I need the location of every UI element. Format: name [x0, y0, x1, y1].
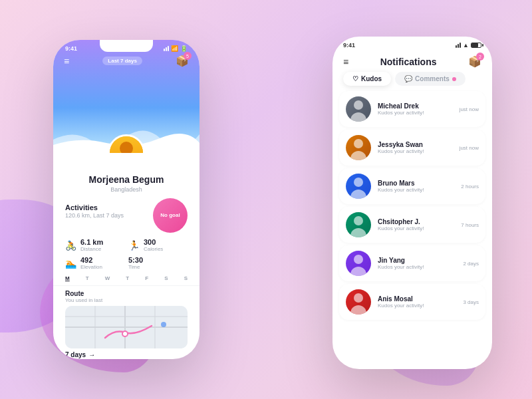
notif-time: 3 days	[463, 299, 479, 305]
route-subtitle: You used in last	[65, 297, 188, 303]
heart-icon: ♡	[352, 75, 358, 82]
svg-point-8	[161, 322, 166, 327]
notification-item[interactable]: Jessyka Swan Kudos your activity! just n…	[339, 130, 485, 166]
last7-label: Last 7 days	[102, 57, 142, 65]
tab-comments[interactable]: 💬 Comments	[395, 72, 466, 86]
notif-info: Jessyka Swan Kudos your activity!	[378, 141, 453, 154]
calories-value: 300	[144, 238, 163, 246]
notif-time: 2 hours	[461, 184, 479, 190]
svg-point-7	[123, 332, 127, 336]
notif-avatar	[346, 135, 371, 160]
menu-icon[interactable]: ≡	[64, 56, 69, 66]
notif-avatar	[346, 212, 371, 237]
stat-distance: 🚴 6.1 km Distance	[65, 238, 124, 252]
run-icon: 🏃	[128, 240, 140, 251]
notification-item[interactable]: Chsitopher J. Kudos your activity! 7 hou…	[339, 207, 485, 243]
notifications-header: ≡ Notifications 📦 2	[332, 49, 492, 72]
time-value: 5:30	[128, 256, 143, 264]
avatar-face	[346, 96, 371, 122]
notif-time: just now	[460, 145, 479, 151]
notif-info: Anis Mosal Kudos your activity!	[378, 295, 456, 309]
battery-icon: 🔋	[180, 45, 188, 52]
week-bar: M T W T F S S	[53, 270, 200, 285]
gift-box-icon[interactable]: 📦 5	[176, 55, 189, 67]
notif-action: Kudos your activity!	[378, 110, 453, 116]
left-phone: 9:41 📶 🔋 ≡ Last 7 days 📦 5	[53, 40, 200, 359]
no-goal-button[interactable]: No goal	[153, 198, 188, 233]
comment-icon: 💬	[404, 75, 412, 82]
left-phone-notch	[100, 40, 153, 52]
notif-action: Kudos your activity!	[378, 303, 456, 309]
notif-name: Micheal Drek	[378, 102, 453, 110]
route-days-row: 7 days →	[65, 351, 188, 358]
notif-name: Chsitopher J.	[378, 218, 454, 225]
stat-elevation: 🏊 492 Elevation	[65, 256, 124, 270]
notifications-list: Micheal Drek Kudos your activity! just n…	[332, 91, 492, 320]
day-fri[interactable]: F	[145, 275, 148, 281]
notif-name: Bruno Mars	[378, 180, 454, 187]
route-arrow-icon[interactable]: →	[88, 351, 95, 358]
time-label: Time	[128, 264, 143, 270]
avatar-face	[346, 135, 371, 160]
notif-menu-icon[interactable]: ≡	[343, 57, 348, 67]
box-badge: 5	[184, 52, 192, 60]
elevation-value: 492	[80, 256, 102, 264]
hero-section: 9:41 📶 🔋 ≡ Last 7 days 📦 5	[53, 40, 200, 153]
notification-item[interactable]: Anis Mosal Kudos your activity! 3 days	[339, 284, 485, 320]
right-wifi-icon: ▲	[463, 42, 469, 49]
profile-country: Bangladesh	[53, 186, 200, 193]
route-title: Route	[65, 290, 188, 297]
tab-kudos[interactable]: ♡ Kudos	[343, 72, 391, 86]
notif-time: 7 hours	[461, 222, 479, 228]
avatar-container	[108, 134, 145, 153]
notif-box-badge: 2	[476, 53, 484, 61]
notif-time: just now	[460, 106, 479, 112]
kudos-label: Kudos	[361, 75, 382, 82]
calories-label: Calories	[144, 246, 163, 252]
notif-info: Bruno Mars Kudos your activity!	[378, 180, 454, 193]
notification-item[interactable]: Micheal Drek Kudos your activity! just n…	[339, 91, 485, 127]
stats-grid: 🚴 6.1 km Distance 🏃 300 Calories 🏊 492 E…	[65, 238, 188, 270]
stat-time: 5:30 Time	[128, 256, 188, 270]
left-time: 9:41	[65, 45, 77, 52]
notif-action: Kudos your activity!	[378, 187, 454, 193]
avatar-face	[346, 251, 371, 276]
elevation-label: Elevation	[80, 264, 102, 270]
notif-action: Kudos your activity!	[378, 264, 456, 270]
profile-name: Morjeena Begum	[53, 174, 200, 185]
avatar	[108, 134, 145, 153]
right-signal-icon	[456, 43, 461, 48]
day-sat[interactable]: S	[164, 275, 168, 281]
day-wed[interactable]: W	[105, 275, 110, 281]
notif-box-icon[interactable]: 📦 2	[468, 55, 481, 68]
notif-name: Jin Yang	[378, 257, 456, 264]
swim-icon: 🏊	[65, 258, 76, 269]
notif-avatar	[346, 174, 371, 199]
day-tue[interactable]: T	[86, 275, 89, 281]
day-thu[interactable]: T	[126, 275, 129, 281]
notification-item[interactable]: Jin Yang Kudos your activity! 2 days	[339, 245, 485, 281]
notifications-title: Notifications	[380, 57, 437, 67]
comments-dot	[452, 77, 456, 81]
right-phone-notch	[386, 37, 439, 49]
notif-name: Jessyka Swan	[378, 141, 453, 148]
right-time: 9:41	[343, 42, 355, 49]
map-svg	[65, 306, 188, 348]
notif-name: Anis Mosal	[378, 295, 456, 303]
notification-item[interactable]: Bruno Mars Kudos your activity! 2 hours	[339, 168, 485, 204]
distance-label: Distance	[80, 246, 103, 252]
bike-icon: 🚴	[65, 240, 76, 251]
activities-km: 120.6 km, Last 7 days	[65, 212, 124, 219]
notif-avatar	[346, 96, 371, 122]
day-mon[interactable]: M	[65, 275, 70, 281]
activities-title: Activities	[65, 203, 124, 211]
stat-calories: 🏃 300 Calories	[128, 238, 188, 252]
notif-action: Kudos your activity!	[378, 148, 453, 154]
avatar-face	[346, 289, 371, 315]
day-sun[interactable]: S	[184, 275, 188, 281]
notif-info: Micheal Drek Kudos your activity!	[378, 102, 453, 116]
route-map	[65, 306, 188, 348]
wifi-icon: 📶	[171, 45, 178, 52]
notif-info: Jin Yang Kudos your activity!	[378, 257, 456, 270]
notif-time: 2 days	[463, 261, 479, 267]
